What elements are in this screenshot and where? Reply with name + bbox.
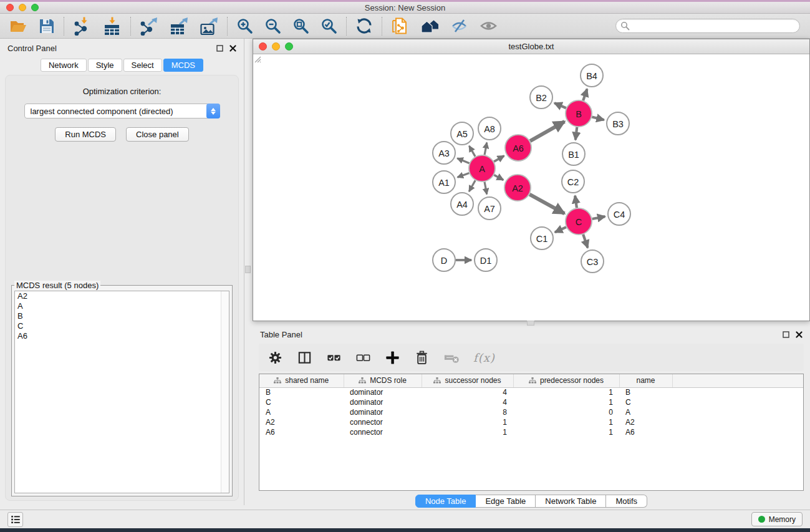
- function-builder-icon[interactable]: f(x): [473, 351, 495, 364]
- graph-node-B2[interactable]: B2: [530, 86, 552, 109]
- column-header-name[interactable]: name: [619, 374, 672, 387]
- graph-node-C4[interactable]: C4: [608, 203, 630, 225]
- import-table-icon[interactable]: [103, 17, 122, 36]
- import-network-icon[interactable]: [73, 17, 92, 36]
- column-header-successor-nodes[interactable]: successor nodes: [422, 374, 513, 387]
- table-cell[interactable]: 1: [513, 397, 619, 407]
- table-cell[interactable]: 1: [513, 427, 619, 437]
- delete-table-icon[interactable]: [443, 350, 460, 365]
- graph-node-A7[interactable]: A7: [478, 197, 501, 220]
- result-scrollbar[interactable]: [221, 291, 229, 493]
- zoom-out-icon[interactable]: [264, 17, 281, 34]
- graph-node-D1[interactable]: D1: [475, 249, 497, 271]
- table-cell[interactable]: A6: [619, 427, 672, 437]
- column-header-predecessor-nodes[interactable]: predecessor nodes: [513, 374, 619, 387]
- result-item[interactable]: B: [15, 311, 229, 321]
- tab-select[interactable]: Select: [123, 59, 162, 72]
- float-table-panel-icon[interactable]: [783, 331, 789, 338]
- edge-C-C3[interactable]: [583, 235, 587, 248]
- table-cell[interactable]: 1: [422, 427, 513, 437]
- graph-node-A4[interactable]: A4: [451, 193, 473, 215]
- settings-gear-icon[interactable]: [268, 350, 283, 365]
- table-cell[interactable]: B: [619, 387, 672, 397]
- graph-node-B3[interactable]: B3: [607, 112, 629, 135]
- edge-A-A8[interactable]: [485, 143, 487, 155]
- table-cell[interactable]: dominator: [344, 407, 422, 417]
- network-canvas[interactable]: B4B2BB3A8A5A6A3B1AA1C2A2A4A7C4CC1C3DD1: [253, 55, 809, 321]
- tab-style[interactable]: Style: [88, 59, 122, 72]
- graph-node-B1[interactable]: B1: [562, 143, 585, 165]
- table-cell[interactable]: connector: [344, 417, 422, 427]
- close-panel-icon[interactable]: [229, 45, 236, 52]
- table-cell[interactable]: B: [259, 387, 344, 397]
- graph-node-A6[interactable]: A6: [505, 135, 531, 161]
- save-session-icon[interactable]: [39, 18, 55, 34]
- table-cell[interactable]: A2: [259, 417, 344, 427]
- search-input[interactable]: [615, 19, 800, 33]
- graph-node-C1[interactable]: C1: [531, 227, 553, 249]
- graph-node-C[interactable]: C: [566, 208, 592, 235]
- add-column-icon[interactable]: [385, 350, 400, 365]
- graph-node-C2[interactable]: C2: [562, 170, 584, 193]
- close-table-panel-icon[interactable]: [796, 331, 803, 338]
- tab-node-table[interactable]: Node Table: [415, 495, 476, 508]
- result-item[interactable]: A2: [15, 291, 229, 301]
- graph-node-A2[interactable]: A2: [504, 175, 531, 201]
- result-item[interactable]: A6: [15, 331, 229, 341]
- table-cell[interactable]: 1: [513, 387, 619, 397]
- column-header-MCDS-role[interactable]: MCDS role: [344, 374, 422, 387]
- dropdown-stepper-icon[interactable]: [206, 104, 220, 118]
- table-cell[interactable]: C: [259, 397, 344, 407]
- tab-network[interactable]: Network: [41, 59, 87, 72]
- zoom-fit-icon[interactable]: [292, 17, 309, 34]
- export-network-icon[interactable]: [140, 17, 158, 36]
- graph-node-A[interactable]: A: [469, 155, 495, 181]
- edge-A-A3[interactable]: [457, 158, 469, 163]
- edge-B-B3[interactable]: [592, 117, 604, 120]
- home-view-icon[interactable]: [421, 17, 440, 34]
- show-hidden-icon[interactable]: [480, 17, 498, 34]
- table-cell[interactable]: connector: [344, 427, 422, 437]
- edge-C-C2[interactable]: [575, 196, 577, 208]
- run-mcds-button[interactable]: Run MCDS: [55, 127, 116, 142]
- edge-B-B1[interactable]: [576, 127, 577, 140]
- network-from-selection-icon[interactable]: [391, 17, 410, 36]
- open-file-icon[interactable]: [9, 17, 27, 34]
- table-cell[interactable]: C: [619, 397, 672, 407]
- graph-node-C3[interactable]: C3: [581, 250, 604, 273]
- column-header-shared-name[interactable]: shared name: [259, 374, 344, 387]
- edge-A-A2[interactable]: [494, 175, 503, 180]
- hide-selected-icon[interactable]: [451, 17, 468, 34]
- resize-grip-icon[interactable]: [253, 55, 261, 63]
- vertical-splitter-handle[interactable]: [245, 266, 251, 273]
- edge-A-A1[interactable]: [458, 173, 470, 177]
- mcds-result-list[interactable]: A2ABCA6: [14, 291, 229, 493]
- graph-node-A5[interactable]: A5: [451, 122, 473, 145]
- edge-A-A7[interactable]: [485, 182, 487, 195]
- tab-mcds[interactable]: MCDS: [163, 59, 203, 72]
- float-panel-icon[interactable]: [216, 45, 223, 52]
- table-cell[interactable]: dominator: [344, 397, 422, 407]
- task-history-button[interactable]: [7, 512, 23, 527]
- edge-A2-C[interactable]: [529, 195, 564, 214]
- table-cell[interactable]: dominator: [344, 387, 422, 397]
- edge-B-B4[interactable]: [583, 89, 587, 100]
- edge-C-C4[interactable]: [592, 216, 605, 219]
- edge-A6-B[interactable]: [530, 122, 564, 141]
- graph-node-A3[interactable]: A3: [433, 142, 455, 164]
- delete-column-icon[interactable]: [414, 350, 430, 365]
- zoom-in-icon[interactable]: [236, 17, 253, 34]
- table-cell[interactable]: 0: [513, 407, 619, 417]
- optimization-criterion-dropdown[interactable]: largest connected component (directed): [24, 104, 220, 118]
- table-row[interactable]: Cdominator41C: [259, 397, 803, 407]
- table-cell[interactable]: 8: [422, 407, 513, 417]
- table-cell[interactable]: A2: [619, 417, 672, 427]
- close-panel-button[interactable]: Close panel: [126, 127, 189, 142]
- export-image-icon[interactable]: [200, 17, 218, 36]
- table-cell[interactable]: 1: [513, 417, 619, 427]
- select-all-icon[interactable]: [326, 350, 342, 365]
- table-row[interactable]: Adominator80A: [259, 407, 803, 417]
- deselect-all-icon[interactable]: [355, 350, 371, 365]
- result-item[interactable]: C: [15, 321, 229, 331]
- table-row[interactable]: Bdominator41B: [259, 387, 803, 397]
